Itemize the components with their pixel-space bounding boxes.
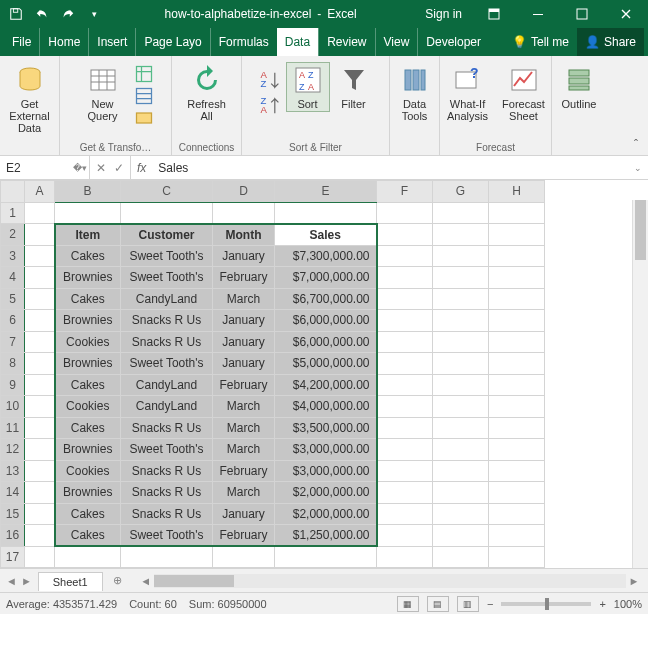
cell-D1[interactable] — [213, 202, 275, 224]
what-if-button[interactable]: ? What-If Analysis — [441, 62, 495, 124]
row-header-7[interactable]: 7 — [1, 331, 25, 353]
zoom-out-icon[interactable]: − — [487, 598, 493, 610]
normal-view-icon[interactable]: ▦ — [397, 596, 419, 612]
from-table-icon[interactable] — [134, 86, 154, 106]
forecast-sheet-button[interactable]: Forecast Sheet — [497, 62, 551, 124]
column-header-E[interactable]: E — [275, 181, 377, 203]
cell-B14[interactable]: Brownies — [55, 482, 121, 504]
cell-H10[interactable] — [489, 396, 545, 418]
zoom-in-icon[interactable]: + — [599, 598, 605, 610]
cell-E3[interactable]: $7,300,000.00 — [275, 245, 377, 267]
new-query-button[interactable]: New Query — [76, 62, 130, 124]
minimize-icon[interactable] — [516, 0, 560, 28]
cell-E1[interactable] — [275, 202, 377, 224]
cell-E13[interactable]: $3,000,000.00 — [275, 460, 377, 482]
close-icon[interactable] — [604, 0, 648, 28]
cell-D2[interactable]: Month — [213, 224, 275, 246]
tab-data[interactable]: Data — [277, 28, 318, 56]
tab-view[interactable]: View — [375, 28, 418, 56]
cell-B15[interactable]: Cakes — [55, 503, 121, 525]
cell-D4[interactable]: February — [213, 267, 275, 289]
cell-H11[interactable] — [489, 417, 545, 439]
cell-C10[interactable]: CandyLand — [121, 396, 213, 418]
cell-F5[interactable] — [377, 288, 433, 310]
cell-A10[interactable] — [25, 396, 55, 418]
cell-C13[interactable]: Snacks R Us — [121, 460, 213, 482]
cell-E9[interactable]: $4,200,000.00 — [275, 374, 377, 396]
cell-G12[interactable] — [433, 439, 489, 461]
sheet-nav-next-icon[interactable]: ► — [21, 575, 32, 587]
horizontal-scrollbar[interactable]: ◄► — [132, 574, 648, 588]
cell-C1[interactable] — [121, 202, 213, 224]
save-icon[interactable] — [4, 2, 28, 26]
cell-F10[interactable] — [377, 396, 433, 418]
cell-D14[interactable]: March — [213, 482, 275, 504]
column-header-D[interactable]: D — [213, 181, 275, 203]
cell-A8[interactable] — [25, 353, 55, 375]
cell-F15[interactable] — [377, 503, 433, 525]
cell-E4[interactable]: $7,000,000.00 — [275, 267, 377, 289]
cell-C8[interactable]: Sweet Tooth's — [121, 353, 213, 375]
tab-page-layout[interactable]: Page Layo — [135, 28, 209, 56]
cell-F2[interactable] — [377, 224, 433, 246]
cell-F8[interactable] — [377, 353, 433, 375]
row-header-4[interactable]: 4 — [1, 267, 25, 289]
cell-A17[interactable] — [25, 546, 55, 568]
cell-B2[interactable]: Item — [55, 224, 121, 246]
cell-D16[interactable]: February — [213, 525, 275, 547]
zoom-slider[interactable] — [501, 602, 591, 606]
column-header-A[interactable]: A — [25, 181, 55, 203]
cell-A12[interactable] — [25, 439, 55, 461]
cell-G14[interactable] — [433, 482, 489, 504]
cell-D11[interactable]: March — [213, 417, 275, 439]
cell-A1[interactable] — [25, 202, 55, 224]
cell-H16[interactable] — [489, 525, 545, 547]
cell-H12[interactable] — [489, 439, 545, 461]
cell-A15[interactable] — [25, 503, 55, 525]
share-button[interactable]: 👤 Share — [577, 28, 644, 56]
tab-developer[interactable]: Developer — [417, 28, 489, 56]
cell-B17[interactable] — [55, 546, 121, 568]
cell-D15[interactable]: January — [213, 503, 275, 525]
cell-G2[interactable] — [433, 224, 489, 246]
page-break-view-icon[interactable]: ▥ — [457, 596, 479, 612]
cell-C4[interactable]: Sweet Tooth's — [121, 267, 213, 289]
cell-G13[interactable] — [433, 460, 489, 482]
cell-H2[interactable] — [489, 224, 545, 246]
column-header-G[interactable]: G — [433, 181, 489, 203]
undo-icon[interactable] — [30, 2, 54, 26]
cell-D3[interactable]: January — [213, 245, 275, 267]
cell-D13[interactable]: February — [213, 460, 275, 482]
vertical-scrollbar[interactable] — [632, 200, 648, 568]
cell-D6[interactable]: January — [213, 310, 275, 332]
cell-B3[interactable]: Cakes — [55, 245, 121, 267]
cell-B10[interactable]: Cookies — [55, 396, 121, 418]
row-header-17[interactable]: 17 — [1, 546, 25, 568]
sheet-nav-prev-icon[interactable]: ◄ — [6, 575, 17, 587]
cell-A13[interactable] — [25, 460, 55, 482]
tab-file[interactable]: File — [4, 28, 39, 56]
cell-F11[interactable] — [377, 417, 433, 439]
cell-A3[interactable] — [25, 245, 55, 267]
row-header-10[interactable]: 10 — [1, 396, 25, 418]
cell-C17[interactable] — [121, 546, 213, 568]
row-header-6[interactable]: 6 — [1, 310, 25, 332]
cell-B5[interactable]: Cakes — [55, 288, 121, 310]
cell-G11[interactable] — [433, 417, 489, 439]
column-header-F[interactable]: F — [377, 181, 433, 203]
cell-C3[interactable]: Sweet Tooth's — [121, 245, 213, 267]
cell-G4[interactable] — [433, 267, 489, 289]
cell-D10[interactable]: March — [213, 396, 275, 418]
cell-G7[interactable] — [433, 331, 489, 353]
row-header-12[interactable]: 12 — [1, 439, 25, 461]
cell-A2[interactable] — [25, 224, 55, 246]
cell-H6[interactable] — [489, 310, 545, 332]
cell-E15[interactable]: $2,000,000.00 — [275, 503, 377, 525]
cell-B13[interactable]: Cookies — [55, 460, 121, 482]
cell-C16[interactable]: Sweet Tooth's — [121, 525, 213, 547]
cell-C6[interactable]: Snacks R Us — [121, 310, 213, 332]
cell-E6[interactable]: $6,000,000.00 — [275, 310, 377, 332]
cell-A4[interactable] — [25, 267, 55, 289]
ribbon-options-icon[interactable] — [472, 0, 516, 28]
row-header-2[interactable]: 2 — [1, 224, 25, 246]
